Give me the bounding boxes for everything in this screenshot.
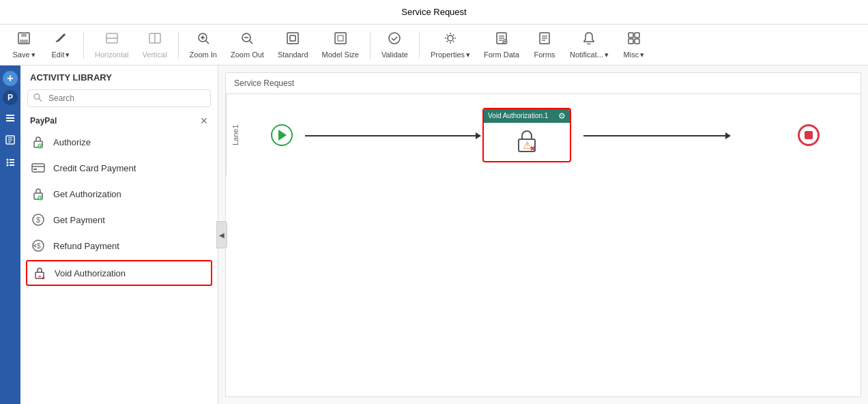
sidebar-item-credit-card[interactable]: Credit Card Payment [20, 155, 218, 181]
play-icon [278, 130, 287, 141]
lane-container: Lane1 Void Authorization.1 ⚙ [226, 93, 860, 396]
refund-icon: $ [30, 237, 46, 254]
sidebar-search-container [27, 89, 211, 107]
sidebar-item-void-authorization[interactable]: Void Authorization [26, 260, 212, 286]
top-bar: Service Request [0, 0, 868, 25]
paypal-nav-icon[interactable]: P [3, 90, 18, 105]
svg-rect-44 [10, 159, 14, 160]
validate-label: Validate [381, 50, 408, 59]
toolbar-misc[interactable]: Misc ▾ [617, 28, 651, 62]
horizontal-icon [104, 31, 119, 49]
sidebar-item-get-payment[interactable]: $ Get Payment [20, 207, 218, 233]
get-auth-icon [30, 186, 46, 202]
toolbar-save[interactable]: Save ▾ [7, 28, 41, 62]
lane-1: Lane1 Void Authorization.1 ⚙ [226, 93, 860, 175]
properties-icon [443, 31, 458, 49]
zoom-in-label: Zoom In [190, 50, 217, 59]
toolbar-standard[interactable]: Standard [272, 28, 314, 61]
zoom-in-icon [196, 31, 211, 49]
canvas-container: Service Request Lane1 V [225, 72, 861, 397]
svg-point-47 [34, 94, 40, 100]
activity-void-authorization[interactable]: Void Authorization.1 ⚙ [482, 108, 571, 162]
authorize-icon [30, 134, 46, 150]
toolbar-divider-2 [178, 31, 179, 59]
svg-rect-16 [335, 33, 346, 44]
svg-rect-35 [6, 117, 14, 119]
sidebar-header: ACTIVITY LIBRARY [20, 66, 218, 89]
toolbar-vertical[interactable]: Vertical [137, 28, 173, 61]
sidebar-item-refund-payment[interactable]: $ Refund Payment [20, 233, 218, 259]
add-item-button[interactable]: + [3, 71, 18, 86]
properties-label: Properties ▾ [431, 50, 470, 59]
toolbar-edit[interactable]: Edit ▾ [44, 28, 78, 62]
toolbar-divider-4 [419, 31, 420, 59]
form-data-icon [494, 31, 509, 49]
toolbar-model-size[interactable]: Model Size [317, 28, 364, 61]
standard-icon [285, 31, 300, 49]
toolbar-zoom-out[interactable]: Zoom Out [225, 28, 270, 61]
vertical-icon [147, 31, 162, 49]
toolbar-forms[interactable]: Forms [527, 28, 562, 61]
void-auth-icon [31, 265, 48, 281]
get-payment-icon: $ [30, 212, 46, 228]
sidebar-item-authorize[interactable]: Authorize [20, 129, 218, 155]
svg-rect-31 [635, 33, 639, 38]
svg-rect-53 [32, 164, 44, 172]
svg-point-41 [7, 159, 9, 161]
toolbar-form-data[interactable]: Form Data [478, 28, 525, 61]
save-label: Save ▾ [12, 50, 35, 59]
list-icon-3[interactable] [1, 153, 19, 171]
toolbar: Save ▾ Edit ▾ Horizontal [0, 25, 868, 66]
svg-rect-2 [20, 40, 28, 43]
sidebar: ACTIVITY LIBRARY PayPal ✕ [20, 66, 218, 404]
svg-point-43 [7, 164, 9, 167]
svg-rect-30 [628, 33, 633, 38]
main-layout: + P [0, 66, 868, 404]
zoom-out-icon [240, 31, 255, 49]
end-event-inner [805, 131, 813, 139]
toolbar-properties[interactable]: Properties ▾ [425, 28, 476, 62]
save-icon [16, 31, 31, 49]
zoom-out-label: Zoom Out [231, 50, 264, 59]
search-input[interactable] [27, 89, 211, 107]
warning-badge: ⚠ [523, 139, 532, 152]
svg-rect-34 [6, 115, 14, 116]
notifications-label: Notificat... ▾ [570, 50, 609, 59]
edit-icon [53, 31, 68, 49]
start-event[interactable] [271, 124, 293, 146]
svg-rect-46 [10, 164, 14, 166]
activity-header: Void Authorization.1 ⚙ [484, 109, 570, 123]
svg-rect-55 [33, 169, 37, 170]
toolbar-zoom-in[interactable]: Zoom In [184, 28, 222, 61]
forms-icon [537, 31, 552, 49]
toolbar-divider-1 [83, 31, 84, 59]
vertical-label: Vertical [143, 50, 167, 59]
toolbar-notifications[interactable]: Notificat... ▾ [564, 28, 614, 62]
form-data-label: Form Data [484, 50, 519, 59]
toolbar-validate[interactable]: Validate [376, 28, 414, 61]
sidebar-collapse-button[interactable]: ◀ [216, 221, 227, 248]
arrow-activity-to-end [583, 135, 727, 136]
misc-label: Misc ▾ [624, 50, 645, 59]
lane-content: Void Authorization.1 ⚙ [244, 94, 860, 175]
toolbar-horizontal[interactable]: Horizontal [89, 28, 134, 61]
activity-gear-icon[interactable]: ⚙ [558, 111, 566, 121]
list-icon-1[interactable] [1, 109, 19, 127]
svg-point-42 [7, 162, 9, 164]
sidebar-item-get-authorization[interactable]: Get Authorization [20, 181, 218, 207]
list-icon-2[interactable] [1, 131, 19, 149]
forms-label: Forms [534, 50, 555, 59]
sidebar-close-icon[interactable]: ✕ [200, 115, 208, 126]
sidebar-item-authorize-label: Authorize [53, 137, 91, 147]
credit-card-icon [30, 160, 46, 176]
lock-icon-container: ⚠ [513, 127, 540, 154]
end-event[interactable] [798, 124, 820, 146]
edit-label: Edit ▾ [52, 50, 70, 59]
activity-title: Void Authorization.1 [488, 112, 548, 119]
activity-body: ⚠ [484, 123, 570, 158]
canvas-title: Service Request [234, 78, 294, 88]
horizontal-label: Horizontal [95, 50, 129, 59]
svg-rect-45 [10, 162, 14, 163]
left-icon-bar: + P [0, 66, 20, 404]
misc-icon [626, 31, 641, 49]
